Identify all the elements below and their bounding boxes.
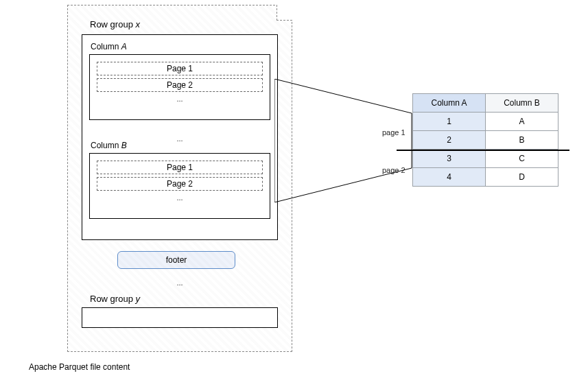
column-b-label: Column B <box>91 141 127 150</box>
row-group-x-box: Column A Page 1 Page 2 ... ... Column B … <box>82 34 278 240</box>
table-row: 2 B <box>413 131 558 150</box>
column-a-var: A <box>121 42 127 51</box>
column-b-page-2: Page 2 <box>97 177 263 191</box>
column-b-box: Page 1 Page 2 ... <box>89 153 270 219</box>
table-cell-a: 1 <box>413 113 486 131</box>
column-a-ellipsis: ... <box>90 95 270 103</box>
example-table: Column A Column B 1 A 2 B 3 C 4 D <box>412 93 558 187</box>
table-header-row: Column A Column B <box>413 94 558 113</box>
column-a-page-1: Page 1 <box>97 62 263 75</box>
column-a-page-2: Page 2 <box>97 78 263 92</box>
callout-connector <box>274 79 425 202</box>
table-cell-a: 4 <box>413 168 486 187</box>
row-group-y-var: y <box>135 294 140 304</box>
column-a-box: Page 1 Page 2 ... <box>89 54 270 120</box>
row-group-x-label: Row group x <box>90 19 140 29</box>
table-cell-b: B <box>486 131 558 150</box>
column-b-label-prefix: Column <box>91 141 121 150</box>
svg-marker-0 <box>274 79 412 202</box>
table-cell-a: 2 <box>413 131 486 150</box>
column-b-page-1: Page 1 <box>97 161 263 174</box>
footer-box: footer <box>117 251 235 269</box>
table-header-col-a: Column A <box>413 94 486 113</box>
row-group-x-var: x <box>135 19 140 29</box>
file-caption: Apache Parquet file content <box>29 362 130 372</box>
column-b-var: B <box>121 141 127 150</box>
table-row: 3 C <box>413 150 558 168</box>
table-cell-a: 3 <box>413 150 486 168</box>
column-a-label-prefix: Column <box>91 42 121 51</box>
table-cell-b: D <box>486 168 558 187</box>
table-cell-b: A <box>486 113 558 131</box>
row-group-x-label-prefix: Row group <box>90 19 135 29</box>
row-group-y-label: Row group y <box>90 294 140 304</box>
row-group-y-box <box>82 307 278 328</box>
table-cell-b: C <box>486 150 558 168</box>
table-page-1-label: page 1 <box>382 128 405 137</box>
table-page-2-label: page 2 <box>382 166 405 174</box>
table-row: 4 D <box>413 168 558 187</box>
file-ellipsis: ... <box>68 279 292 287</box>
column-b-ellipsis: ... <box>90 193 270 202</box>
table-row: 1 A <box>413 113 558 131</box>
parquet-file-container: Row group x Column A Page 1 Page 2 ... .… <box>67 5 292 352</box>
row-group-y-label-prefix: Row group <box>90 294 135 304</box>
table-header-col-b: Column B <box>486 94 558 113</box>
column-a-label: Column A <box>91 42 127 51</box>
